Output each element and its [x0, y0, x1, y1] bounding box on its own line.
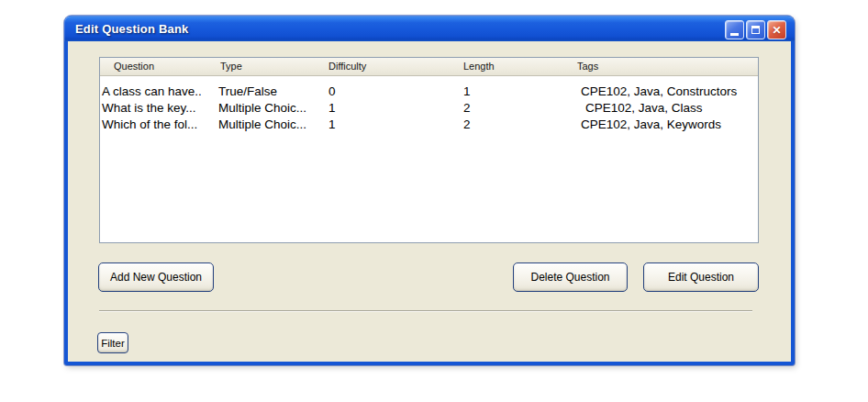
question-bank-table: Question Type Difficulty Length Tags A c…	[99, 57, 759, 243]
delete-question-button[interactable]: Delete Question	[513, 262, 628, 292]
desktop-background: Edit Question Bank ✕ Question Type Diffi…	[0, 0, 868, 402]
table-row[interactable]: What is the key... Multiple Choic... 1 2…	[100, 100, 758, 117]
edit-question-button[interactable]: Edit Question	[643, 262, 759, 292]
column-header-type[interactable]: Type	[220, 58, 242, 75]
table-row[interactable]: Which of the fol... Multiple Choic... 1 …	[100, 117, 758, 133]
column-header-length[interactable]: Length	[463, 58, 495, 75]
separator-line	[99, 310, 752, 312]
column-header-tags[interactable]: Tags	[577, 58, 598, 75]
cell-difficulty: 0	[328, 84, 336, 100]
cell-length: 1	[463, 84, 471, 100]
add-new-question-button[interactable]: Add New Question	[98, 262, 214, 292]
cell-question: Which of the fol...	[102, 117, 197, 133]
window-content: Question Type Difficulty Length Tags A c…	[68, 41, 791, 362]
minimize-button[interactable]	[725, 20, 744, 39]
cell-tags: CPE102, Java, Class	[585, 100, 703, 117]
cell-type: Multiple Choic...	[218, 117, 306, 133]
table-row[interactable]: A class can have.. True/False 0 1 CPE102…	[100, 84, 758, 100]
window-title: Edit Question Bank	[64, 22, 189, 36]
maximize-icon	[751, 26, 760, 34]
close-icon: ✕	[772, 25, 781, 36]
table-header-row: Question Type Difficulty Length Tags	[100, 58, 758, 76]
cell-type: True/False	[218, 84, 277, 100]
window-titlebar[interactable]: Edit Question Bank ✕	[64, 16, 795, 41]
cell-tags: CPE102, Java, Constructors	[581, 84, 737, 100]
maximize-button[interactable]	[746, 20, 765, 39]
cell-difficulty: 1	[328, 117, 336, 133]
cell-tags: CPE102, Java, Keywords	[581, 117, 721, 133]
cell-question: A class can have..	[102, 84, 202, 100]
cell-type: Multiple Choic...	[218, 100, 306, 117]
cell-length: 2	[463, 100, 471, 117]
table-body: A class can have.. True/False 0 1 CPE102…	[100, 76, 758, 133]
filter-button[interactable]: Filter	[97, 332, 128, 353]
cell-question: What is the key...	[102, 100, 196, 117]
edit-question-bank-window: Edit Question Bank ✕ Question Type Diffi…	[64, 16, 795, 365]
close-button[interactable]: ✕	[767, 20, 786, 39]
window-controls: ✕	[725, 20, 786, 39]
cell-difficulty: 1	[328, 100, 336, 117]
column-header-question[interactable]: Question	[114, 58, 154, 75]
cell-length: 2	[463, 117, 471, 133]
column-header-difficulty[interactable]: Difficulty	[328, 58, 366, 75]
minimize-icon	[730, 33, 739, 36]
